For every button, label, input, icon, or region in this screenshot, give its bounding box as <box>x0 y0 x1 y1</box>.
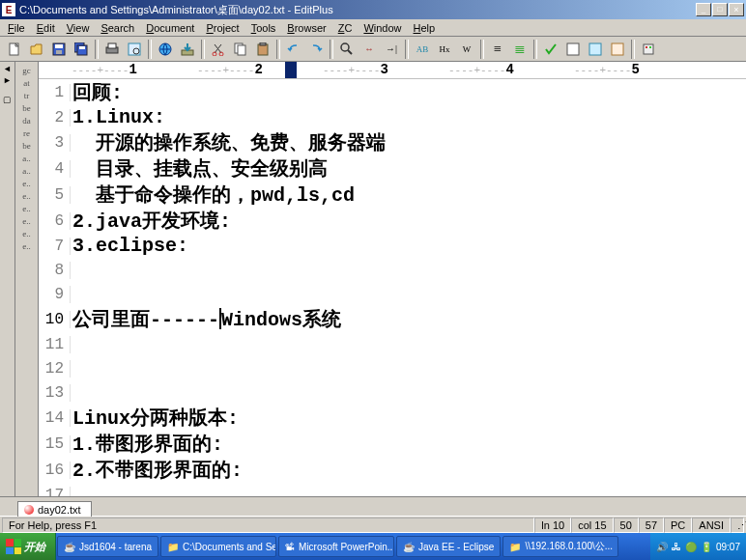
doclist-item[interactable]: e.. <box>22 229 31 238</box>
doclist-item[interactable]: e.. <box>22 204 31 213</box>
menu-file[interactable]: File <box>2 21 31 35</box>
doclist-item[interactable]: re <box>23 128 30 138</box>
doclist-item[interactable]: be <box>22 103 31 113</box>
code-line[interactable]: 62.java开发环境: <box>39 208 746 234</box>
maximize-button[interactable]: □ <box>712 3 728 16</box>
menu-document[interactable]: Document <box>140 21 200 35</box>
indent-out-button[interactable]: ≣ <box>509 39 531 60</box>
arrow-left-icon[interactable]: ◄ <box>3 64 12 73</box>
copy-button[interactable] <box>230 39 251 60</box>
settings-button[interactable] <box>638 39 659 60</box>
code-line[interactable]: 151.带图形界面的: <box>39 431 746 457</box>
menu-help[interactable]: Help <box>408 21 442 35</box>
find-button[interactable] <box>336 39 358 60</box>
status-resize[interactable]: ⋰ <box>731 518 744 533</box>
code-line[interactable]: 4 目录、挂载点、安全级别高 <box>39 155 746 182</box>
code-line[interactable]: 13 <box>39 380 746 405</box>
doclist-item[interactable]: e.. <box>22 191 31 201</box>
wordwrap-button[interactable]: W <box>456 39 477 60</box>
taskbar-button[interactable]: 📁\\192.168.0.100\公... <box>502 536 618 557</box>
box-icon[interactable]: ▢ <box>3 95 12 104</box>
taskbar-button[interactable]: 📁C:\Documents and Se... <box>160 536 276 557</box>
arrow-right-icon[interactable]: ► <box>3 75 12 85</box>
view1-button[interactable] <box>562 39 584 60</box>
line-content[interactable]: 回顾: <box>71 79 746 105</box>
line-content[interactable]: 1.Linux: <box>71 106 746 128</box>
code-line[interactable]: 14Linux分两种版本: <box>39 405 746 431</box>
titlebar[interactable]: E C:\Documents and Settings\Administrato… <box>0 0 746 19</box>
hex-button[interactable]: Hx <box>434 39 455 60</box>
taskbar-button[interactable]: ☕Jsd1604 - tarena <box>57 536 158 557</box>
line-content[interactable]: 基于命令操作的，pwd,ls,cd <box>71 182 746 208</box>
line-content[interactable]: 2.不带图形界面的: <box>71 457 746 483</box>
line-content[interactable]: 目录、挂载点、安全级别高 <box>71 155 746 182</box>
open-button[interactable] <box>26 39 47 60</box>
tray-clock[interactable]: 09:07 <box>716 542 740 552</box>
close-button[interactable]: × <box>729 3 744 16</box>
doclist-item[interactable]: tr <box>24 91 30 100</box>
print-preview-button[interactable] <box>124 39 145 60</box>
print-button[interactable] <box>101 39 123 60</box>
menu-edit[interactable]: Edit <box>31 21 61 35</box>
spell-button[interactable]: AB <box>412 39 433 60</box>
doclist-item[interactable]: a.. <box>22 166 31 176</box>
code-line[interactable]: 21.Linux: <box>39 105 746 129</box>
save-all-button[interactable] <box>71 39 92 60</box>
doclist-item[interactable]: e.. <box>22 179 31 188</box>
code-line[interactable]: 17 <box>39 483 746 496</box>
menu-zc[interactable]: ZC <box>332 21 359 35</box>
line-content[interactable]: Linux分两种版本: <box>71 405 746 431</box>
replace-button[interactable]: ↔ <box>359 39 380 60</box>
doclist-item[interactable]: e.. <box>22 216 31 226</box>
new-file-button[interactable] <box>4 39 25 60</box>
undo-button[interactable] <box>283 39 304 60</box>
code-line[interactable]: 12 <box>39 356 746 380</box>
redo-button[interactable] <box>305 39 327 60</box>
taskbar-button[interactable]: 📽Microsoft PowerPoin... <box>278 536 394 557</box>
code-line[interactable]: 5 基于命令操作的，pwd,ls,cd <box>39 182 746 208</box>
minimize-button[interactable]: _ <box>696 3 711 16</box>
doclist-item[interactable]: e.. <box>22 241 31 251</box>
save-button[interactable] <box>48 39 70 60</box>
view3-button[interactable] <box>607 39 628 60</box>
code-line[interactable]: 8 <box>39 258 746 282</box>
menubar[interactable]: FileEditViewSearchDocumentProjectToolsBr… <box>0 19 746 37</box>
code-line[interactable]: 162.不带图形界面的: <box>39 457 746 483</box>
tray-icon[interactable]: 🔋 <box>701 542 712 552</box>
code-line[interactable]: 11 <box>39 332 746 356</box>
line-content[interactable]: 1.带图形界面的: <box>71 431 746 457</box>
tray-icon[interactable]: 🔊 <box>656 542 668 552</box>
menu-browser[interactable]: Browser <box>281 21 331 35</box>
menu-tools[interactable]: Tools <box>245 21 282 35</box>
doclist-item[interactable]: a.. <box>22 154 31 163</box>
check-button[interactable] <box>540 39 561 60</box>
doclist-item[interactable]: at <box>23 78 30 88</box>
indent-in-button[interactable]: ≡ <box>487 39 508 60</box>
doclist-item[interactable]: be <box>22 141 31 151</box>
browser-button[interactable] <box>155 39 176 60</box>
file-tab[interactable]: day02.txt <box>17 501 92 517</box>
tray-icon[interactable]: 🟢 <box>685 542 697 552</box>
line-content[interactable]: 开源的操作系统、免费、服务器端 <box>71 129 746 155</box>
code-line[interactable]: 10公司里面------Windows系统 <box>39 306 746 332</box>
tray-icon[interactable]: 🖧 <box>672 542 681 552</box>
start-button[interactable]: 开始 <box>0 533 56 560</box>
paste-button[interactable] <box>252 39 273 60</box>
code-line[interactable]: 1回顾: <box>39 79 746 105</box>
code-line[interactable]: 73.eclipse: <box>39 234 746 258</box>
menu-view[interactable]: View <box>61 21 96 35</box>
code-line[interactable]: 3 开源的操作系统、免费、服务器端 <box>39 129 746 155</box>
menu-window[interactable]: Window <box>358 21 407 35</box>
system-tray[interactable]: 🔊 🖧 🟢 🔋 09:07 <box>650 533 746 560</box>
taskbar-button[interactable]: ☕Java EE - Eclipse <box>396 536 501 557</box>
line-content[interactable]: 3.eclipse: <box>71 235 746 257</box>
menu-search[interactable]: Search <box>95 21 140 35</box>
editor-area[interactable]: 1回顾:21.Linux:3 开源的操作系统、免费、服务器端4 目录、挂载点、安… <box>39 79 746 496</box>
code-line[interactable]: 9 <box>39 282 746 306</box>
line-content[interactable]: 2.java开发环境: <box>71 208 746 234</box>
load-default-button[interactable] <box>177 39 198 60</box>
line-content[interactable]: 公司里面------Windows系统 <box>71 306 746 332</box>
view2-button[interactable] <box>585 39 606 60</box>
goto-button[interactable]: →| <box>381 39 402 60</box>
cut-button[interactable] <box>208 39 229 60</box>
